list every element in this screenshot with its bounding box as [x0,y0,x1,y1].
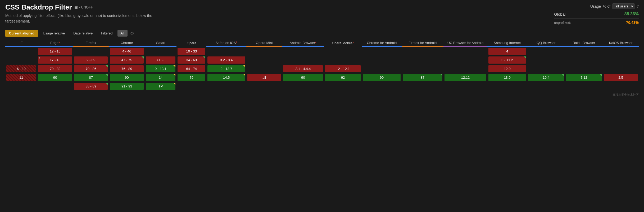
th-chrome-android: Chrome for Android [362,39,402,47]
th-safari: Safari [145,39,176,47]
table-cell [73,47,109,56]
table-cell [443,56,487,64]
table-row: 12 - 164 - 4610 - 334 [5,47,639,56]
tab-all[interactable]: All [117,30,128,37]
flag-green-icon [106,65,108,67]
page-title: CSS Backdrop Filter [5,3,72,11]
table-cell [176,82,206,91]
flag-yellow-icon [243,74,245,76]
th-edge: Edge* [37,39,73,47]
table-cell [487,82,527,91]
table-cell [206,47,246,56]
table-cell: 62 [324,73,362,82]
table-cell [402,56,443,64]
table-cell [603,56,639,64]
table-cell [246,82,282,91]
flag-green-icon [106,74,108,76]
table-cell: 387 [73,73,109,82]
table-cell [402,64,443,73]
global-label: Global [554,12,565,16]
th-opera-mobile: Opera Mobile* [324,39,362,47]
table-cell [5,56,37,64]
flag-yellow-icon [173,65,175,67]
table-cell: 2 - 69 [73,56,109,64]
table-cell [362,47,402,56]
table-cell: 147 - 75 [109,56,145,64]
table-cell [527,64,565,73]
table-cell: 370 - 86 [73,64,109,73]
th-chrome: Chrome [109,39,145,47]
table-body: 12 - 164 - 4610 - 334217 - 182 - 69147 -… [5,47,639,91]
percent-of-label: % of [603,4,610,8]
table-cell: 3.2 - 8.4 [206,56,246,64]
tab-usage-relative[interactable]: Usage relative [39,30,69,37]
table-cell: 76 - 89 [109,64,145,73]
table-cell [443,64,487,73]
table-cell: 12.0 [487,64,527,73]
table-cell: 388 - 89 [73,82,109,91]
th-samsung: Samsung Internet [487,39,527,47]
table-cell [5,82,37,91]
flag-green-icon [440,74,442,76]
table-cell: 4 - 46 [109,47,145,56]
unprefixed-label: unprefixed: [554,21,571,25]
flag-green-icon [142,56,144,59]
table-cell: 2.1 - 4.4.4 [282,64,324,73]
flag-green-icon [600,74,602,76]
th-baidu-browser: Baidu Browser [565,39,603,47]
usage-label: Usage [590,4,601,8]
th-ie: IE [5,39,37,47]
th-kaios-browser: KaiOS Browser [603,39,639,47]
user-type-select[interactable]: all users [613,3,634,9]
table-cell [443,47,487,56]
tab-current-aligned[interactable]: Current aligned [5,30,38,37]
table-cell: 90 [282,73,324,82]
top-bar: CSS Backdrop Filter - UNOFF Method of ap… [0,0,644,28]
table-cell [402,82,443,91]
table-cell: 110.4 [527,73,565,82]
table-cell: 14 [145,73,176,82]
table-cell [527,82,565,91]
table-cell: 6 - 10 [5,64,37,73]
flag-green-icon [203,56,205,59]
divider [554,18,639,19]
table-cell [362,56,402,64]
table-cell: 12.12 [443,73,487,82]
table-cell: 9 - 13.7 [206,64,246,73]
flag-green-icon [106,83,108,85]
usage-header: Usage % of all users ? [554,3,639,9]
table-cell [443,82,487,91]
table-cell: 13.0 [487,73,527,82]
table-cell [565,82,603,91]
subtitle: Method of applying filter effects (like … [5,13,153,24]
th-safari-ios: Safari on iOS* [206,39,246,47]
table-cell [324,82,362,91]
unprefixed-value: 70.43% [626,20,639,25]
table-cell: 79 - 89 [37,64,73,73]
table-cell: 4 [487,47,527,56]
table-cell [362,82,402,91]
table-cell: TP [145,82,176,91]
table-cell [324,56,362,64]
table-cell: 15 - 11.2 [487,56,527,64]
question-icon[interactable]: ? [637,4,639,8]
table-cell [37,82,73,91]
tab-filtered[interactable]: Filtered [97,30,116,37]
browser-header-row: IE Edge* Firefox Chrome Safari Opera Saf… [5,39,639,47]
table-cell [246,64,282,73]
table-cell: 387 [402,73,443,82]
tab-date-relative[interactable]: Date relative [70,30,96,37]
table-cell [402,47,443,56]
th-uc-browser: UC Browser for Android [443,39,487,47]
table-cell: 64 - 74 [176,64,206,73]
tabs-row: Current aligned Usage relative Date rela… [0,28,644,39]
table-cell [603,82,639,91]
settings-icon[interactable]: ⚙ [130,31,134,36]
th-opera: Opera [176,39,206,47]
th-firefox: Firefox [73,39,109,47]
table-cell [282,82,324,91]
table-cell [527,56,565,64]
global-value: 88.36% [624,12,639,16]
table-cell: 12 - 12.1 [324,64,362,73]
table-cell [603,47,639,56]
